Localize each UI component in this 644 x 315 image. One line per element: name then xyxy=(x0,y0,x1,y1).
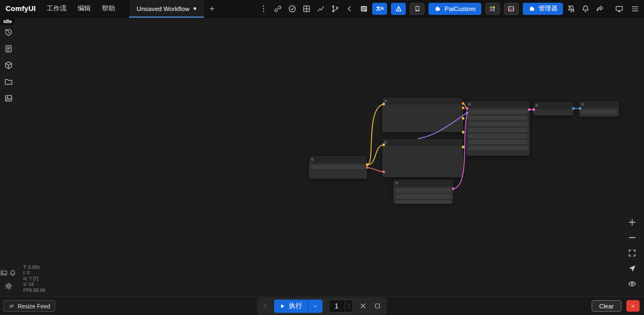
resize-feed-icon xyxy=(8,303,15,309)
resize-feed-button[interactable]: Resize Feed xyxy=(3,300,55,312)
stat-line: FPS:59.88 xyxy=(23,287,45,294)
menu-icon[interactable] xyxy=(631,4,640,13)
node-title-bar[interactable] xyxy=(393,180,453,187)
settings-gear-icon[interactable] xyxy=(4,281,13,291)
run-workflow-button[interactable]: 执行 xyxy=(274,300,323,313)
node-widget-row[interactable] xyxy=(311,165,365,169)
node-widget-row[interactable] xyxy=(395,188,451,193)
chevron-down-icon xyxy=(312,303,319,309)
execution-controls: 执行 1 xyxy=(257,297,387,315)
node-widget-row[interactable] xyxy=(468,146,528,150)
node-title-bar[interactable] xyxy=(309,156,367,163)
menubar-item[interactable]: 工作流 xyxy=(41,4,72,13)
workflow-tabs: Unsaved Workflow + xyxy=(128,0,220,18)
manager-button[interactable]: 管理器 xyxy=(523,3,564,15)
sidebar-settings xyxy=(4,281,13,293)
play-icon xyxy=(279,303,286,309)
translate-icon: 文A xyxy=(376,6,384,12)
close-icon xyxy=(630,303,636,309)
grid-icon[interactable] xyxy=(302,4,311,13)
puzzle-icon xyxy=(434,5,441,12)
run-options-dropdown[interactable] xyxy=(308,300,323,313)
fit-view-icon[interactable] xyxy=(627,248,637,258)
palette-button[interactable] xyxy=(485,3,500,15)
new-workflow-tab-button[interactable]: + xyxy=(205,0,220,18)
stat-line: N: 7 [7] xyxy=(23,276,45,282)
batch-count-input[interactable]: 1 xyxy=(329,300,353,313)
link-icon[interactable] xyxy=(273,4,282,13)
bell-icon[interactable] xyxy=(581,4,590,13)
panel-icon[interactable] xyxy=(359,4,368,13)
zoom-in-icon[interactable] xyxy=(627,218,637,227)
workflows-folder-icon[interactable] xyxy=(4,77,13,86)
workflow-node[interactable] xyxy=(382,97,463,132)
node-widget-row[interactable] xyxy=(395,194,451,199)
workflow-node[interactable] xyxy=(393,180,453,204)
workflow-node[interactable] xyxy=(309,156,367,179)
share-icon[interactable] xyxy=(595,4,604,13)
increment-icon[interactable] xyxy=(347,302,351,306)
cancel-run-icon[interactable] xyxy=(359,302,367,310)
puzzle-icon xyxy=(528,5,535,12)
check-circle-icon[interactable] xyxy=(288,4,297,13)
notification-bell-icon[interactable] xyxy=(9,269,17,277)
batch-steppers xyxy=(345,300,352,312)
status-badge: Idle xyxy=(1,18,14,25)
node-widget-row[interactable] xyxy=(468,140,528,144)
menubar-item[interactable]: 编辑 xyxy=(72,4,96,13)
node-widget-row[interactable] xyxy=(468,110,528,114)
chart-icon[interactable] xyxy=(316,4,325,13)
node-widget-row[interactable] xyxy=(395,200,451,204)
bookmark-button[interactable] xyxy=(410,3,425,15)
paicustom-button[interactable]: PaiCustom xyxy=(428,3,481,15)
node-widget-row[interactable] xyxy=(468,128,528,132)
node-title-bar[interactable] xyxy=(382,97,463,105)
node-title-bar[interactable] xyxy=(382,139,463,146)
chevron-left-icon[interactable] xyxy=(345,4,354,13)
menubar-menus: 工作流编辑帮助 xyxy=(41,4,121,13)
monitor-icon[interactable] xyxy=(615,4,624,13)
stat-line: V: 16 xyxy=(23,281,45,287)
workflow-node[interactable] xyxy=(533,102,573,116)
translate-button[interactable]: 文A xyxy=(372,3,387,15)
bottombar-right: Clear xyxy=(592,300,641,312)
close-feed-button[interactable] xyxy=(626,300,640,312)
node-title-bar[interactable] xyxy=(466,101,530,108)
node-widget-row[interactable] xyxy=(468,122,528,126)
stop-icon[interactable] xyxy=(373,302,382,310)
node-widget-row[interactable] xyxy=(468,134,528,138)
navigation-icon[interactable] xyxy=(627,264,637,273)
workflow-node[interactable] xyxy=(579,101,619,117)
prism-button[interactable] xyxy=(391,3,406,15)
node-widget-row[interactable] xyxy=(581,110,617,114)
node-title-bar[interactable] xyxy=(579,101,619,108)
gallery-button[interactable] xyxy=(504,3,519,15)
kebab-menu-icon[interactable] xyxy=(259,4,268,13)
run-label: 执行 xyxy=(286,301,308,311)
node-widget-row[interactable] xyxy=(468,116,528,120)
eye-icon[interactable] xyxy=(627,279,637,289)
node-title-bar[interactable] xyxy=(533,102,573,109)
clear-button[interactable]: Clear xyxy=(592,300,621,312)
queue-icon[interactable] xyxy=(4,44,13,53)
gallery-icon[interactable] xyxy=(4,94,13,103)
comfyui-app: ComfyUI 工作流编辑帮助 Unsaved Workflow + 文A Pa… xyxy=(0,0,644,315)
decrement-icon[interactable] xyxy=(347,306,351,310)
workflow-node[interactable] xyxy=(382,139,463,177)
app-logo[interactable]: ComfyUI xyxy=(0,4,41,13)
workflow-node[interactable] xyxy=(466,101,530,156)
git-branch-icon[interactable] xyxy=(331,4,340,13)
manager-label: 管理器 xyxy=(539,4,558,13)
tab-unsaved-workflow[interactable]: Unsaved Workflow xyxy=(128,0,205,18)
sidebar-bottom-row xyxy=(0,269,17,277)
drag-handle-icon[interactable] xyxy=(262,302,268,310)
resize-feed-label: Resize Feed xyxy=(18,303,50,309)
bell-slash-icon[interactable] xyxy=(567,4,576,13)
history-icon[interactable] xyxy=(4,28,13,37)
toolbar-icon-group xyxy=(259,4,368,13)
node-library-icon[interactable] xyxy=(4,61,13,70)
left-sidebar xyxy=(0,18,17,296)
terminal-icon[interactable] xyxy=(0,269,8,277)
zoom-out-icon[interactable] xyxy=(627,233,637,242)
menubar-item[interactable]: 帮助 xyxy=(96,4,121,13)
